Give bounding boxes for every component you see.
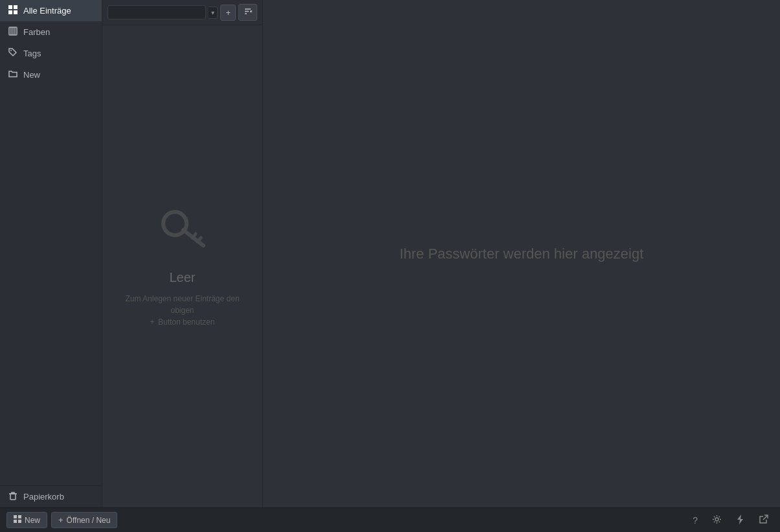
open-new-label: Öffnen / Neu bbox=[67, 516, 111, 525]
new-grid-icon bbox=[14, 515, 21, 525]
svg-rect-19 bbox=[14, 515, 17, 518]
sidebar-item-label: Tags bbox=[23, 49, 41, 58]
empty-hint-line1: Zum Anlegen neuer Einträge den obigen bbox=[125, 294, 239, 315]
open-new-icon: + bbox=[58, 515, 63, 525]
app-container: Alle Einträge Farben Tags bbox=[0, 0, 780, 507]
svg-line-25 bbox=[763, 515, 768, 520]
sidebar-item-alle-eintraege[interactable]: Alle Einträge bbox=[0, 0, 102, 21]
sidebar-bottom: Papierkorb bbox=[0, 485, 102, 507]
sort-button[interactable] bbox=[238, 4, 257, 21]
svg-rect-20 bbox=[18, 515, 21, 518]
trash-icon bbox=[8, 491, 18, 502]
svg-rect-9 bbox=[10, 494, 16, 500]
sidebar: Alle Einträge Farben Tags bbox=[0, 0, 102, 507]
add-entry-button[interactable]: + bbox=[220, 5, 236, 21]
svg-point-23 bbox=[715, 518, 718, 521]
right-panel: Ihre Passwörter werden hier angezeigt bbox=[263, 0, 780, 507]
key-icon bbox=[157, 205, 209, 260]
empty-state: Leer Zum Anlegen neuer Einträge den obig… bbox=[102, 25, 262, 507]
new-button-label: New bbox=[25, 516, 40, 525]
sidebar-item-new[interactable]: New bbox=[0, 64, 102, 86]
help-button[interactable]: ? bbox=[687, 513, 703, 528]
color-icon bbox=[8, 27, 18, 38]
sidebar-item-tags[interactable]: Tags bbox=[0, 43, 102, 64]
svg-rect-3 bbox=[14, 10, 17, 14]
search-bar: ▾ + bbox=[102, 0, 262, 25]
bolt-button[interactable] bbox=[731, 512, 750, 529]
plus-icon: + bbox=[225, 8, 231, 17]
search-dropdown-button[interactable]: ▾ bbox=[209, 6, 218, 19]
svg-rect-1 bbox=[14, 5, 17, 9]
settings-icon bbox=[712, 515, 722, 526]
sidebar-item-label: New bbox=[23, 70, 40, 80]
open-new-button[interactable]: + Öffnen / Neu bbox=[51, 512, 117, 528]
svg-rect-0 bbox=[8, 5, 12, 9]
sidebar-item-papierkorb[interactable]: Papierkorb bbox=[0, 486, 102, 507]
sidebar-item-farben[interactable]: Farben bbox=[0, 21, 102, 43]
help-icon: ? bbox=[693, 515, 698, 526]
sidebar-item-label: Papierkorb bbox=[23, 492, 64, 502]
svg-rect-2 bbox=[8, 10, 12, 14]
settings-button[interactable] bbox=[707, 512, 727, 529]
empty-hint: Zum Anlegen neuer Einträge den obigen + … bbox=[115, 293, 249, 328]
sort-icon bbox=[244, 7, 252, 17]
export-icon bbox=[759, 515, 768, 526]
svg-point-8 bbox=[10, 50, 12, 51]
bottom-bar: New + Öffnen / Neu ? bbox=[0, 507, 780, 532]
folder-icon bbox=[8, 69, 18, 80]
bolt-icon bbox=[736, 515, 744, 526]
search-input-wrapper[interactable] bbox=[108, 5, 206, 19]
empty-hint-line2: + Zum Anlegen neuer Einträge den obigen … bbox=[150, 318, 215, 327]
middle-panel: ▾ + bbox=[102, 0, 263, 507]
search-input[interactable] bbox=[112, 8, 201, 17]
svg-rect-22 bbox=[18, 520, 21, 523]
plus-hint-icon: + bbox=[150, 318, 155, 327]
sidebar-item-label: Alle Einträge bbox=[23, 6, 71, 16]
bottom-right-actions: ? bbox=[687, 512, 774, 529]
grid-icon bbox=[8, 5, 18, 16]
tag-icon bbox=[8, 48, 18, 59]
svg-marker-24 bbox=[737, 515, 743, 524]
svg-rect-21 bbox=[14, 520, 17, 523]
new-button[interactable]: New bbox=[6, 512, 47, 528]
empty-title: Leer bbox=[169, 270, 195, 285]
right-placeholder-text: Ihre Passwörter werden hier angezeigt bbox=[400, 246, 644, 262]
export-button[interactable] bbox=[753, 512, 774, 529]
sidebar-item-label: Farben bbox=[23, 27, 50, 37]
